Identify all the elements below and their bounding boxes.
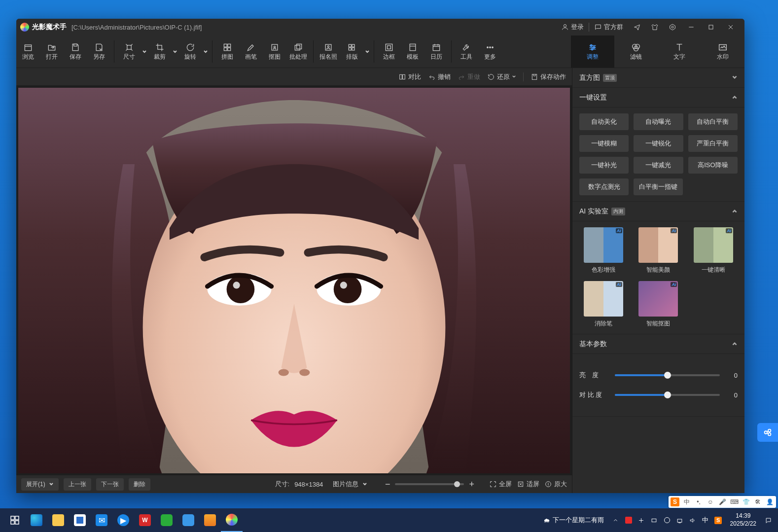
maximize-button[interactable] xyxy=(701,19,721,35)
tray-sogou-icon[interactable]: S xyxy=(712,508,724,532)
ai-eraser[interactable]: Ai消除笔 xyxy=(579,281,628,328)
expand-button[interactable]: 展开(1) xyxy=(21,478,59,491)
ime-tool-icon[interactable]: 🛠 xyxy=(753,497,762,506)
crop-dropdown[interactable] xyxy=(172,35,178,68)
tray-app3-icon[interactable] xyxy=(648,508,660,532)
login-button[interactable]: 登录 xyxy=(556,19,589,35)
ime-keyboard-icon[interactable]: ⌨ xyxy=(730,497,739,506)
template-button[interactable]: 模板 xyxy=(401,35,424,68)
tray-network-icon[interactable] xyxy=(674,508,686,532)
weather-widget[interactable]: 🌧 下一个星期二有雨 xyxy=(543,516,604,525)
ime-voice-icon[interactable]: 🎤 xyxy=(718,497,727,506)
next-button[interactable]: 下一张 xyxy=(96,478,124,491)
border-button[interactable]: 边框 xyxy=(377,35,401,68)
zoom-out-button[interactable]: − xyxy=(385,479,390,490)
ai-smart-cutout[interactable]: Ai智能抠图 xyxy=(635,281,683,328)
close-button[interactable] xyxy=(721,19,741,35)
panel-basic-header[interactable]: 基本参数 xyxy=(572,334,744,354)
tab-adjust[interactable]: 调整 xyxy=(571,35,614,68)
prev-button[interactable]: 上一张 xyxy=(64,478,91,491)
taskbar-app2[interactable] xyxy=(199,508,221,532)
brush-button[interactable]: 画笔 xyxy=(239,35,263,68)
strict-wb-button[interactable]: 严重白平衡 xyxy=(688,135,738,152)
contrast-slider[interactable] xyxy=(615,394,720,396)
zoom-slider[interactable] xyxy=(395,483,464,485)
layout-dropdown[interactable] xyxy=(364,35,371,68)
tray-app1-icon[interactable] xyxy=(623,508,635,532)
floating-assist-button[interactable] xyxy=(757,423,778,442)
taskbar-store[interactable] xyxy=(69,508,91,532)
saveas-button[interactable]: 另存 xyxy=(87,35,111,68)
rotate-button[interactable]: 旋转 xyxy=(178,35,202,68)
browse-button[interactable]: 浏览 xyxy=(16,35,40,68)
rotate-dropdown[interactable] xyxy=(202,35,209,68)
open-button[interactable]: 打开 xyxy=(40,35,64,68)
brightness-slider[interactable] xyxy=(615,374,720,376)
tools-button[interactable]: 工具 xyxy=(455,35,478,68)
tray-app4-icon[interactable] xyxy=(661,508,673,532)
panel-histogram-header[interactable]: 直方图 置顶 xyxy=(572,68,744,88)
fit-button[interactable]: 适屏 xyxy=(517,480,539,489)
crop-button[interactable]: 裁剪 xyxy=(148,35,172,68)
restore-button[interactable]: 还原 xyxy=(487,72,516,81)
taskbar-wps[interactable]: W xyxy=(134,508,156,532)
official-group-button[interactable]: 官方群 xyxy=(589,19,628,35)
tray-chevron-icon[interactable] xyxy=(610,508,622,532)
tray-volume-icon[interactable] xyxy=(687,508,699,532)
puzzle-button[interactable]: 拼图 xyxy=(215,35,239,68)
save-button[interactable]: 保存 xyxy=(64,35,87,68)
image-info-button[interactable]: 图片信息 xyxy=(333,480,367,489)
spot-meter-button[interactable]: 数字点测光 xyxy=(579,178,629,195)
settings-icon[interactable] xyxy=(664,19,681,35)
taskbar-explorer[interactable] xyxy=(47,508,69,532)
tray-app2-icon[interactable] xyxy=(636,508,647,532)
zoom-in-button[interactable]: + xyxy=(469,479,474,490)
taskbar-media[interactable]: ▶ xyxy=(112,508,134,532)
ai-smart-beauty[interactable]: Ai智能美颜 xyxy=(635,227,683,274)
more-button[interactable]: 更多 xyxy=(478,35,502,68)
high-iso-button[interactable]: 高ISO降噪 xyxy=(688,157,738,174)
auto-beautify-button[interactable]: 自动美化 xyxy=(579,113,629,130)
auto-exposure-button[interactable]: 自动曝光 xyxy=(634,113,683,130)
tray-notifications-icon[interactable] xyxy=(762,508,774,532)
redo-button[interactable]: 重做 xyxy=(458,72,480,81)
panel-oneclick-header[interactable]: 一键设置 xyxy=(572,88,744,107)
original-button[interactable]: 原大 xyxy=(544,480,567,489)
saveaction-button[interactable]: 保存动作 xyxy=(530,72,566,81)
delete-button[interactable]: 删除 xyxy=(129,478,150,491)
ime-punct-icon[interactable]: •, xyxy=(694,497,703,506)
cutout-button[interactable]: 抠图 xyxy=(263,35,286,68)
taskbar-app-active[interactable] xyxy=(221,508,243,532)
oneclick-sharpen-button[interactable]: 一键锐化 xyxy=(634,135,683,152)
taskbar-wechat[interactable] xyxy=(156,508,177,532)
share-icon[interactable] xyxy=(628,19,646,35)
tab-text[interactable]: 文字 xyxy=(658,35,701,68)
minimize-button[interactable] xyxy=(681,19,701,35)
oneclick-blur-button[interactable]: 一键模糊 xyxy=(579,135,629,152)
wb-onekey-button[interactable]: 白平衡一指键 xyxy=(634,178,683,195)
reduce-light-button[interactable]: 一键减光 xyxy=(634,157,683,174)
skin-icon[interactable] xyxy=(646,19,664,35)
fullscreen-button[interactable]: 全屏 xyxy=(489,480,512,489)
ime-cn[interactable]: 中 xyxy=(682,497,691,506)
taskbar-edge[interactable] xyxy=(26,508,47,532)
taskbar-app1[interactable] xyxy=(177,508,199,532)
ime-skin-icon[interactable]: 👕 xyxy=(742,497,750,506)
ime-user-icon[interactable]: 👤 xyxy=(765,497,774,506)
batch-button[interactable]: 批处理 xyxy=(286,35,310,68)
image-canvas[interactable] xyxy=(18,88,570,473)
undo-button[interactable]: 撤销 xyxy=(428,72,451,81)
tab-watermark[interactable]: 水印 xyxy=(701,35,744,68)
panel-ailab-header[interactable]: AI 实验室 内测 xyxy=(572,202,744,221)
size-dropdown[interactable] xyxy=(141,35,148,68)
calendar-button[interactable]: 日历 xyxy=(424,35,448,68)
tab-filter[interactable]: 滤镜 xyxy=(614,35,658,68)
tray-ime-cn[interactable]: 中 xyxy=(700,508,711,532)
ime-emoji-icon[interactable]: ☺ xyxy=(706,497,715,506)
layout-button[interactable]: 排版 xyxy=(340,35,364,68)
ime-bar[interactable]: S 中 •, ☺ 🎤 ⌨ 👕 🛠 👤 xyxy=(669,496,776,508)
auto-wb-button[interactable]: 自动白平衡 xyxy=(688,113,738,130)
ai-color-enhance[interactable]: Ai色彩增强 xyxy=(579,227,628,274)
start-button[interactable] xyxy=(4,508,26,532)
taskbar-mail[interactable]: ✉ xyxy=(91,508,112,532)
